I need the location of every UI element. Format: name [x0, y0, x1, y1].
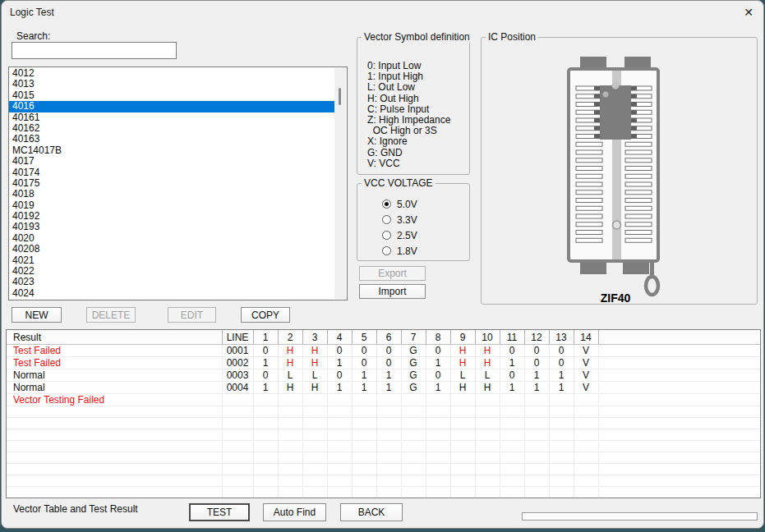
result-row[interactable]: Test Failed00021HH100G1HH100V	[7, 357, 760, 369]
filler-cell	[598, 441, 760, 452]
result-cell: Normal	[7, 369, 222, 382]
new-button[interactable]: NEW	[12, 307, 62, 323]
line-cell	[222, 475, 253, 487]
auto-find-button[interactable]: Auto Find	[263, 503, 326, 521]
ic-list-item-40192[interactable]: 40192	[9, 211, 334, 222]
delete-button: DELETE	[86, 307, 136, 323]
pin-column-header-9: 9	[450, 330, 475, 345]
pin-cell-6	[376, 441, 401, 452]
ic-list-item-4024[interactable]: 4024	[9, 288, 334, 299]
ic-list-item-40161[interactable]: 40161	[9, 112, 334, 123]
ic-list-item-40174[interactable]: 40174	[9, 167, 334, 178]
pin-cell-6	[376, 452, 401, 464]
pin-cell-6: 0	[376, 357, 401, 369]
pin-column-header-12: 12	[524, 330, 549, 345]
pin-cell-7	[401, 498, 426, 499]
result-row[interactable]: Test Failed00010HH000G0HH000V	[7, 345, 760, 357]
ic-list-item-4013[interactable]: 4013	[9, 79, 334, 89]
pin-cell-5	[352, 418, 376, 429]
line-cell: 0003	[222, 369, 253, 382]
close-icon[interactable]: ✕	[740, 4, 757, 21]
ic-list-item-40175[interactable]: 40175	[9, 178, 334, 189]
pin-cell-14	[574, 406, 598, 418]
list-scrollbar-thumb[interactable]	[339, 88, 341, 105]
pin-cell-1: 0	[253, 369, 278, 382]
ic-list-item-4018[interactable]: 4018	[9, 189, 334, 200]
vcc-option-5.0V[interactable]: 5.0V	[382, 196, 469, 212]
pin-cell-10	[475, 406, 500, 418]
ic-list-item-MC14017B[interactable]: MC14017B	[9, 145, 334, 156]
pin-cell-3: L	[302, 369, 327, 382]
pin-cell-5: 0	[352, 357, 376, 369]
result-cell	[7, 406, 222, 418]
pin-cell-13	[549, 394, 574, 406]
ic-list-item-4020[interactable]: 4020	[9, 233, 334, 244]
pin-cell-9	[450, 464, 475, 475]
ic-list-item-40193[interactable]: 40193	[9, 222, 334, 232]
vcc-option-2.5V[interactable]: 2.5V	[382, 227, 469, 243]
pin-cell-1	[253, 464, 278, 475]
ic-list-item-4022[interactable]: 4022	[9, 266, 334, 277]
pin-cell-12	[524, 429, 549, 441]
pin-cell-3	[302, 452, 327, 464]
pin-column-header-4: 4	[327, 330, 352, 345]
line-cell	[222, 498, 253, 499]
pin-cell-12	[524, 418, 549, 429]
result-row[interactable]: Normal00041HH111G1HH111V	[7, 382, 760, 394]
pin-cell-8: 1	[426, 382, 450, 394]
ic-list-item-4025[interactable]: 4025	[9, 299, 334, 300]
pin-cell-2	[278, 498, 302, 499]
pin-column-header-5: 5	[352, 330, 376, 345]
search-input[interactable]	[12, 42, 177, 59]
pin-cell-12	[524, 452, 549, 464]
pin-cell-14	[574, 441, 598, 452]
pin-cell-6	[376, 487, 401, 498]
radio-icon	[382, 231, 391, 240]
pin-cell-1	[253, 418, 278, 429]
vcc-option-1.8V[interactable]: 1.8V	[382, 243, 469, 259]
ic-list-item-40163[interactable]: 40163	[9, 134, 334, 144]
pin-cell-8: 1	[426, 357, 450, 369]
chip-leg-right-1	[630, 86, 637, 90]
pin-cell-12	[524, 464, 549, 475]
ic-list-item-4019[interactable]: 4019	[9, 200, 334, 211]
socket-bottom-tab-left	[580, 262, 606, 274]
pin-slot-left-17	[576, 214, 602, 218]
ic-list-item-4015[interactable]: 4015	[9, 90, 334, 101]
ic-list-item-4023[interactable]: 4023	[9, 277, 334, 287]
ic-list-item-4021[interactable]: 4021	[9, 255, 334, 266]
ic-list: 4012401340154016401614016240163MC14017B4…	[9, 68, 334, 300]
ic-list-item-40162[interactable]: 40162	[9, 123, 334, 134]
pin-cell-7	[401, 418, 426, 429]
ic-list-item-4017[interactable]: 4017	[9, 156, 334, 167]
ic-list-item-40208[interactable]: 40208	[9, 244, 334, 255]
pin-cell-9	[450, 394, 475, 406]
pin-cell-8	[426, 429, 450, 441]
pin-cell-11: 1	[500, 382, 524, 394]
ic-position-groupbox: IC Position ZIF40	[481, 37, 758, 305]
vcc-option-3.3V[interactable]: 3.3V	[382, 212, 469, 227]
back-button[interactable]: BACK	[340, 503, 403, 521]
import-button[interactable]: Import	[359, 284, 426, 299]
copy-button[interactable]: COPY	[241, 307, 290, 323]
pin-cell-5	[352, 464, 376, 475]
pin-slot-right-11	[625, 167, 652, 171]
result-cell	[7, 429, 222, 441]
test-button[interactable]: TEST	[189, 503, 250, 521]
pin-cell-4	[327, 441, 352, 452]
list-scrollbar[interactable]	[334, 68, 346, 299]
empty-row	[7, 475, 760, 487]
pin-cell-6	[376, 498, 401, 499]
ic-list-item-4016[interactable]: 4016	[9, 101, 334, 112]
chip-leg-right-6	[630, 126, 637, 131]
result-row[interactable]: Vector Testing Failed	[7, 394, 760, 406]
pin-cell-7	[401, 429, 426, 441]
pin-cell-13	[549, 464, 574, 475]
pin-cell-7	[401, 475, 426, 487]
pin-cell-10	[475, 418, 500, 429]
pin-cell-2: H	[278, 345, 302, 357]
pin-cell-14: V	[574, 357, 598, 369]
pin-cell-3	[302, 441, 327, 452]
result-row[interactable]: Normal00030LL011G0LL011V	[7, 369, 760, 382]
ic-list-item-4012[interactable]: 4012	[9, 68, 334, 79]
